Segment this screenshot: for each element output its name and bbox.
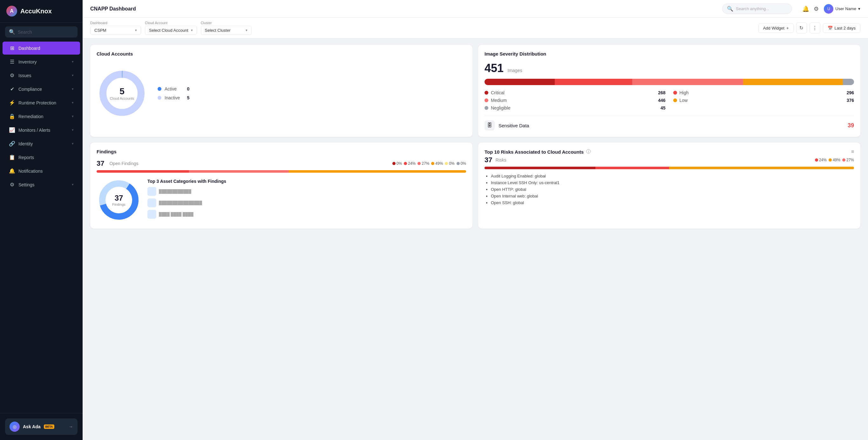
risks-title: Top 10 Risks Associated to Cloud Account… [485,149,584,155]
risk-pct-1: 49% [829,158,840,162]
risks-bar-2 [595,167,670,169]
notification-icon[interactable]: 🔔 [802,5,809,12]
low-count: 376 [847,98,854,103]
sensitive-data-count: 39 [848,122,854,129]
nav-inventory[interactable]: ☰ Inventory ▾ [3,55,80,68]
image-severity-widget: Image Severity Distribution 451 Images C… [478,45,860,137]
category-label-2: ████ ████ ████ [159,212,193,216]
severity-bar [485,79,854,85]
nav-notifications[interactable]: 🔔 Notifications [3,164,80,177]
pct-item-2: 27% [417,161,429,166]
risk-item-1: Instance Level SSH Only: us-central1 [491,180,854,185]
refresh-button[interactable]: ↻ [796,23,807,33]
severity-medium: Medium 446 [485,98,665,103]
category-item-0: ████████████ [148,187,466,196]
risk-item-2: Open HTTP: global [491,187,854,192]
nav-compliance[interactable]: ✔ Compliance ▾ [3,82,80,96]
reports-icon: 📋 [9,154,15,160]
findings-bar-1 [97,170,189,173]
topbar-search-input[interactable] [736,6,787,11]
topbar-search-container[interactable]: 🔍 [722,3,792,14]
donut-center: 5 Cloud Accounts [110,86,134,100]
nav-issues[interactable]: ⚙ Issues ▾ [3,69,80,82]
image-count: 451 [485,62,503,75]
chevron-down-icon: ▾ [72,87,74,91]
plus-icon: + [786,26,789,31]
severity-negligible: Negligible 45 [485,105,665,110]
cloud-accounts-title: Cloud Accounts [97,51,466,57]
critical-label: Critical [491,90,504,95]
nav-monitors[interactable]: 📈 Monitors / Alerts ▾ [3,124,80,136]
chevron-down-icon: ▾ [72,128,74,132]
risks-label: Risks [495,158,506,163]
pct-dot-3 [431,162,434,165]
date-range-button[interactable]: 📅 Last 2 days [823,23,861,33]
filter-icon[interactable]: ≡ [851,149,854,155]
inactive-label: Inactive [164,95,180,100]
high-label: High [680,90,689,95]
nav-label-settings: Settings [19,182,35,187]
risk-pct-dot-2 [842,159,845,162]
medium-count: 446 [658,98,665,103]
dashboard-select[interactable]: CSPM ▾ [90,26,141,35]
sidebar-search-container[interactable]: 🔍 [5,26,78,37]
search-icon: 🔍 [9,29,15,35]
nav-settings[interactable]: ⚙ Settings ▾ [3,178,80,191]
risk-item-text-4: Open SSH: global [491,200,524,205]
remediation-icon: 🔒 [9,113,15,120]
cluster-select[interactable]: Select Cluster ▾ [201,26,252,35]
low-bar-segment [743,79,843,85]
cloud-legend: Active 0 Inactive 5 [158,86,189,100]
date-label: Last 2 days [835,26,856,31]
pct-label-1: 24% [408,161,415,166]
category-icon-0 [148,187,156,196]
negligible-dot [485,106,488,110]
category-item-2: ████ ████ ████ [148,210,466,219]
cloud-accounts-center-label: Cloud Accounts [110,97,134,100]
notifications-icon: 🔔 [9,168,15,174]
dots-icon: ⋮ [812,25,817,31]
findings-header: 37 Open Findings 0% 24% 27% [97,159,466,168]
more-options-button[interactable]: ⋮ [810,23,820,33]
ada-avatar: ◎ [9,421,20,432]
nav-reports[interactable]: 📋 Reports [3,151,80,164]
nav-label-identity: Identity [19,141,33,146]
severity-high: High 296 [673,90,854,95]
risk-item-text-0: Audit Logging Enabled: global [491,174,546,178]
cloud-account-select[interactable]: Select Cloud Account ▾ [145,26,197,35]
calendar-icon: 📅 [828,26,833,31]
pct-item-4: 0% [445,161,454,166]
risk-item-text-2: Open HTTP: global [491,187,526,192]
risks-count-row: 37 Risks 24% 49% 27% [485,156,854,164]
findings-bar-2 [189,170,289,173]
image-count-row: 451 Images [485,62,854,75]
low-dot [673,98,677,102]
nav-label-notifications: Notifications [19,169,42,174]
nav-dashboard[interactable]: ⊞ Dashboard [3,42,80,55]
severity-low: Low 376 [673,98,854,103]
user-name: User Name [835,6,856,11]
pct-label-5: 0% [461,161,466,166]
chevron-down-icon: ▾ [135,28,137,32]
logo-area: A AccuKnox [0,0,83,23]
main-content: CNAPP Dashboard 🔍 🔔 ⚙ U User Name ▾ Dash… [83,0,868,440]
chevron-down-icon: ▾ [858,6,860,11]
ask-ada-button[interactable]: ◎ Ask Ada BETA → [5,418,78,435]
runtime-icon: ⚡ [9,100,15,106]
risk-item-3: Open Internal web: global [491,194,854,198]
findings-content: 37 Findings Top 3 Asset Categories with … [97,178,466,222]
negligible-bar-segment [843,79,854,85]
cloud-account-filter-label: Cloud Account [145,21,197,25]
nav-runtime[interactable]: ⚡ Runtime Protection ▾ [3,96,80,109]
cloud-account-select-value: Select Cloud Account [149,28,188,33]
category-icon-1 [148,198,156,207]
cloud-accounts-widget: Cloud Accounts 5 Cloud Accounts [90,45,472,137]
add-widget-button[interactable]: Add Widget + [758,23,794,33]
risk-item-0: Audit Logging Enabled: global [491,174,854,178]
gear-icon[interactable]: ⚙ [814,5,819,12]
nav-identity[interactable]: 🔗 Identity ▾ [3,137,80,150]
sidebar-search-input[interactable] [18,30,74,35]
risk-pct-dot-1 [829,159,832,162]
pct-item-3: 49% [431,161,443,166]
nav-remediation[interactable]: 🔒 Remediation ▾ [3,110,80,123]
